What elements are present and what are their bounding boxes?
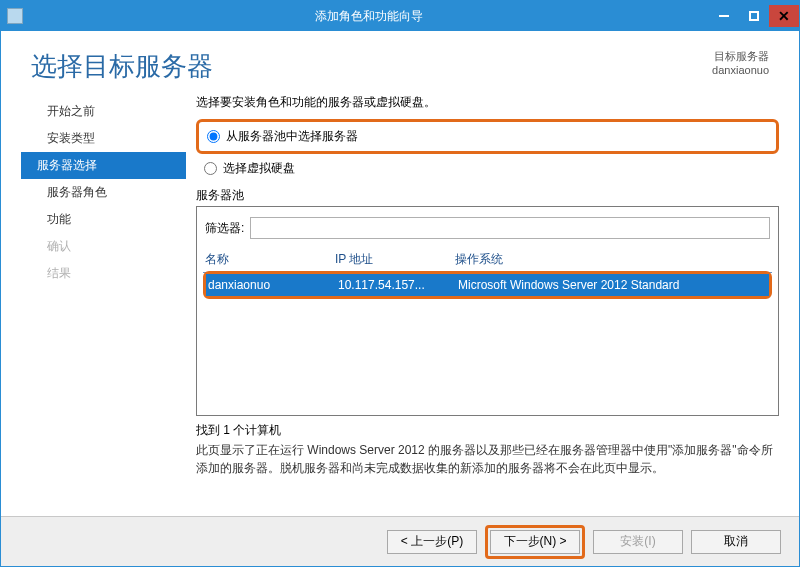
- row-highlight-box: danxiaonuo 10.117.54.157... Microsoft Wi…: [203, 271, 772, 299]
- description-text: 此页显示了正在运行 Windows Server 2012 的服务器以及那些已经…: [196, 441, 779, 477]
- found-count: 找到 1 个计算机: [196, 422, 779, 439]
- sidebar-item-server-roles[interactable]: 服务器角色: [21, 179, 186, 206]
- server-pool-box: 筛选器: 名称 IP 地址 操作系统 danxiaonuo 10.117.54.…: [196, 206, 779, 416]
- meta-value: danxiaonuo: [712, 64, 769, 76]
- close-icon: ✕: [778, 8, 790, 24]
- header-meta: 目标服务器 danxiaonuo: [712, 49, 769, 76]
- minimize-button[interactable]: [709, 5, 739, 27]
- instruction-text: 选择要安装角色和功能的服务器或虚拟硬盘。: [196, 94, 779, 111]
- radio-vhd-input[interactable]: [204, 162, 217, 175]
- radio-from-pool-label: 从服务器池中选择服务器: [226, 128, 358, 145]
- row-ip: 10.117.54.157...: [338, 278, 458, 292]
- radio-vhd-label: 选择虚拟硬盘: [223, 160, 295, 177]
- radio-from-pool[interactable]: 从服务器池中选择服务器: [207, 126, 768, 147]
- filter-input[interactable]: [250, 217, 770, 239]
- server-row[interactable]: danxiaonuo 10.117.54.157... Microsoft Wi…: [206, 274, 769, 296]
- sidebar-item-features[interactable]: 功能: [21, 206, 186, 233]
- col-name-header[interactable]: 名称: [205, 251, 335, 268]
- wizard-window: 添加角色和功能向导 ✕ 选择目标服务器 目标服务器 danxiaonuo 开始之…: [0, 0, 800, 567]
- sidebar-item-server-select[interactable]: 服务器选择: [21, 152, 186, 179]
- row-name: danxiaonuo: [208, 278, 338, 292]
- window-title: 添加角色和功能向导: [29, 8, 709, 25]
- filter-label: 筛选器:: [205, 220, 244, 237]
- meta-label: 目标服务器: [712, 49, 769, 64]
- grid-empty-area: [203, 299, 772, 415]
- radio-highlight-box: 从服务器池中选择服务器: [196, 119, 779, 154]
- row-os: Microsoft Windows Server 2012 Standard: [458, 278, 767, 292]
- main: 开始之前 安装类型 服务器选择 服务器角色 功能 确认 结果 选择要安装角色和功…: [1, 94, 799, 516]
- footer: < 上一步(P) 下一步(N) > 安装(I) 取消: [1, 516, 799, 566]
- grid-header: 名称 IP 地址 操作系统: [203, 247, 772, 273]
- install-button: 安装(I): [593, 530, 683, 554]
- next-highlight-box: 下一步(N) >: [485, 525, 585, 559]
- sidebar-item-before[interactable]: 开始之前: [21, 98, 186, 125]
- radio-from-pool-input[interactable]: [207, 130, 220, 143]
- col-ip-header[interactable]: IP 地址: [335, 251, 455, 268]
- sidebar: 开始之前 安装类型 服务器选择 服务器角色 功能 确认 结果: [21, 94, 196, 516]
- content: 选择要安装角色和功能的服务器或虚拟硬盘。 从服务器池中选择服务器 选择虚拟硬盘 …: [196, 94, 779, 516]
- window-buttons: ✕: [709, 5, 799, 27]
- filter-row: 筛选器:: [203, 213, 772, 247]
- sidebar-item-results: 结果: [21, 260, 186, 287]
- maximize-button[interactable]: [739, 5, 769, 27]
- radio-vhd[interactable]: 选择虚拟硬盘: [196, 158, 779, 179]
- body: 选择目标服务器 目标服务器 danxiaonuo 开始之前 安装类型 服务器选择…: [1, 31, 799, 566]
- header: 选择目标服务器 目标服务器 danxiaonuo: [1, 31, 799, 94]
- page-heading: 选择目标服务器: [31, 49, 712, 84]
- next-button[interactable]: 下一步(N) >: [490, 530, 580, 554]
- cancel-button[interactable]: 取消: [691, 530, 781, 554]
- app-icon: [7, 8, 23, 24]
- col-os-header[interactable]: 操作系统: [455, 251, 770, 268]
- close-button[interactable]: ✕: [769, 5, 799, 27]
- titlebar: 添加角色和功能向导 ✕: [1, 1, 799, 31]
- pool-label: 服务器池: [196, 187, 779, 204]
- sidebar-item-install-type[interactable]: 安装类型: [21, 125, 186, 152]
- prev-button[interactable]: < 上一步(P): [387, 530, 477, 554]
- sidebar-item-confirm: 确认: [21, 233, 186, 260]
